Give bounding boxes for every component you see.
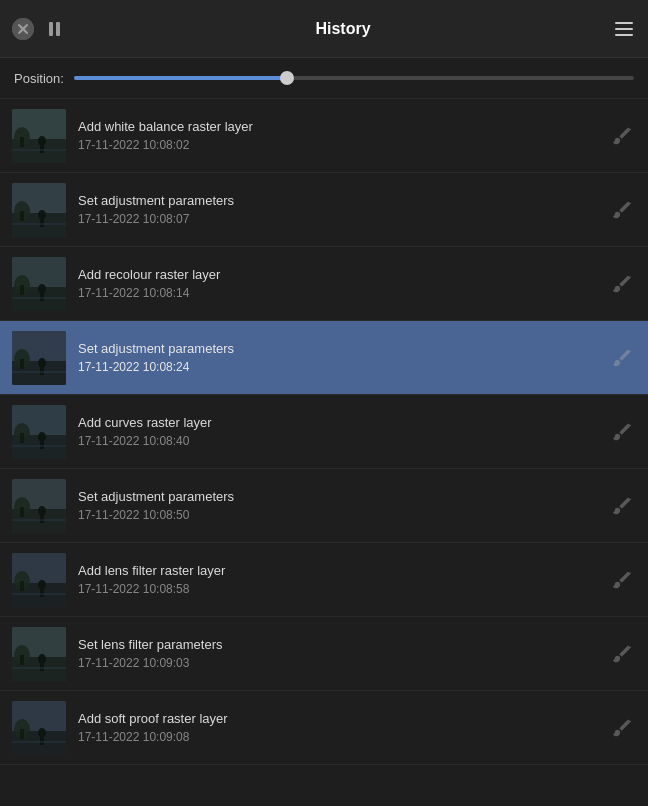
- history-item[interactable]: Add recolour raster layer 17-11-2022 10:…: [0, 247, 648, 321]
- svg-point-0: [12, 18, 34, 40]
- item-title: Add curves raster layer: [78, 415, 608, 430]
- close-button[interactable]: [12, 18, 34, 40]
- item-time: 17-11-2022 10:08:14: [78, 286, 608, 300]
- brush-icon: [608, 492, 636, 520]
- svg-rect-39: [20, 433, 24, 443]
- thumbnail: [12, 257, 66, 311]
- svg-point-72: [38, 728, 46, 738]
- svg-rect-50: [12, 519, 66, 521]
- svg-rect-42: [12, 445, 66, 447]
- svg-rect-31: [20, 359, 24, 369]
- item-info: Set adjustment parameters 17-11-2022 10:…: [78, 193, 608, 226]
- svg-rect-58: [12, 593, 66, 595]
- svg-point-24: [38, 284, 46, 294]
- item-info: Add recolour raster layer 17-11-2022 10:…: [78, 267, 608, 300]
- svg-rect-71: [20, 729, 24, 739]
- item-time: 17-11-2022 10:09:03: [78, 656, 608, 670]
- history-item[interactable]: Set adjustment parameters 17-11-2022 10:…: [0, 469, 648, 543]
- item-title: Set adjustment parameters: [78, 193, 608, 208]
- panel-title: History: [74, 20, 612, 38]
- svg-rect-66: [12, 667, 66, 669]
- svg-rect-47: [20, 507, 24, 517]
- thumbnail: [12, 553, 66, 607]
- svg-point-64: [38, 654, 46, 664]
- brush-icon: [608, 122, 636, 150]
- slider-track: [74, 76, 634, 80]
- position-label: Position:: [14, 71, 64, 86]
- svg-rect-34: [12, 371, 66, 373]
- svg-rect-10: [12, 149, 66, 151]
- history-panel: History Position:: [0, 0, 648, 806]
- slider-fill: [74, 76, 287, 80]
- svg-rect-63: [20, 655, 24, 665]
- item-title: Add recolour raster layer: [78, 267, 608, 282]
- history-item[interactable]: Add white balance raster layer 17-11-202…: [0, 99, 648, 173]
- item-time: 17-11-2022 10:08:02: [78, 138, 608, 152]
- svg-rect-55: [20, 581, 24, 591]
- item-time: 17-11-2022 10:08:50: [78, 508, 608, 522]
- svg-point-48: [38, 506, 46, 516]
- item-title: Add soft proof raster layer: [78, 711, 608, 726]
- history-item[interactable]: Set adjustment parameters 17-11-2022 10:…: [0, 173, 648, 247]
- brush-icon: [608, 270, 636, 298]
- position-bar: Position:: [0, 58, 648, 99]
- svg-rect-26: [12, 297, 66, 299]
- slider-thumb[interactable]: [280, 71, 294, 85]
- pause-button[interactable]: [44, 19, 64, 39]
- item-time: 17-11-2022 10:09:08: [78, 730, 608, 744]
- header: History: [0, 0, 648, 58]
- item-title: Set lens filter parameters: [78, 637, 608, 652]
- item-info: Set adjustment parameters 17-11-2022 10:…: [78, 341, 608, 374]
- thumbnail: [12, 479, 66, 533]
- item-info: Add curves raster layer 17-11-2022 10:08…: [78, 415, 608, 448]
- svg-rect-15: [20, 211, 24, 221]
- brush-icon: [608, 196, 636, 224]
- thumbnail: [12, 405, 66, 459]
- thumbnail: [12, 627, 66, 681]
- svg-point-56: [38, 580, 46, 590]
- item-time: 17-11-2022 10:08:24: [78, 360, 608, 374]
- history-item[interactable]: Add soft proof raster layer 17-11-2022 1…: [0, 691, 648, 765]
- brush-icon: [608, 714, 636, 742]
- thumbnail: [12, 701, 66, 755]
- item-title: Set adjustment parameters: [78, 489, 608, 504]
- svg-point-40: [38, 432, 46, 442]
- position-slider[interactable]: [74, 68, 634, 88]
- svg-rect-74: [12, 741, 66, 743]
- item-info: Set lens filter parameters 17-11-2022 10…: [78, 637, 608, 670]
- item-info: Add white balance raster layer 17-11-202…: [78, 119, 608, 152]
- item-time: 17-11-2022 10:08:07: [78, 212, 608, 226]
- item-time: 17-11-2022 10:08:58: [78, 582, 608, 596]
- brush-icon: [608, 344, 636, 372]
- svg-rect-18: [12, 223, 66, 225]
- item-title: Add white balance raster layer: [78, 119, 608, 134]
- item-title: Set adjustment parameters: [78, 341, 608, 356]
- item-time: 17-11-2022 10:08:40: [78, 434, 608, 448]
- item-title: Add lens filter raster layer: [78, 563, 608, 578]
- history-item[interactable]: Add curves raster layer 17-11-2022 10:08…: [0, 395, 648, 469]
- thumbnail: [12, 331, 66, 385]
- svg-point-32: [38, 358, 46, 368]
- history-list: Add white balance raster layer 17-11-202…: [0, 99, 648, 806]
- brush-icon: [608, 640, 636, 668]
- svg-rect-23: [20, 285, 24, 295]
- history-item[interactable]: Set adjustment parameters 17-11-2022 10:…: [0, 321, 648, 395]
- history-item[interactable]: Add lens filter raster layer 17-11-2022 …: [0, 543, 648, 617]
- history-item[interactable]: Set lens filter parameters 17-11-2022 10…: [0, 617, 648, 691]
- brush-icon: [608, 418, 636, 446]
- svg-point-8: [38, 136, 46, 146]
- brush-icon: [608, 566, 636, 594]
- svg-rect-7: [20, 137, 24, 147]
- thumbnail: [12, 109, 66, 163]
- thumbnail: [12, 183, 66, 237]
- menu-button[interactable]: [612, 17, 636, 41]
- item-info: Add soft proof raster layer 17-11-2022 1…: [78, 711, 608, 744]
- item-info: Add lens filter raster layer 17-11-2022 …: [78, 563, 608, 596]
- item-info: Set adjustment parameters 17-11-2022 10:…: [78, 489, 608, 522]
- svg-point-16: [38, 210, 46, 220]
